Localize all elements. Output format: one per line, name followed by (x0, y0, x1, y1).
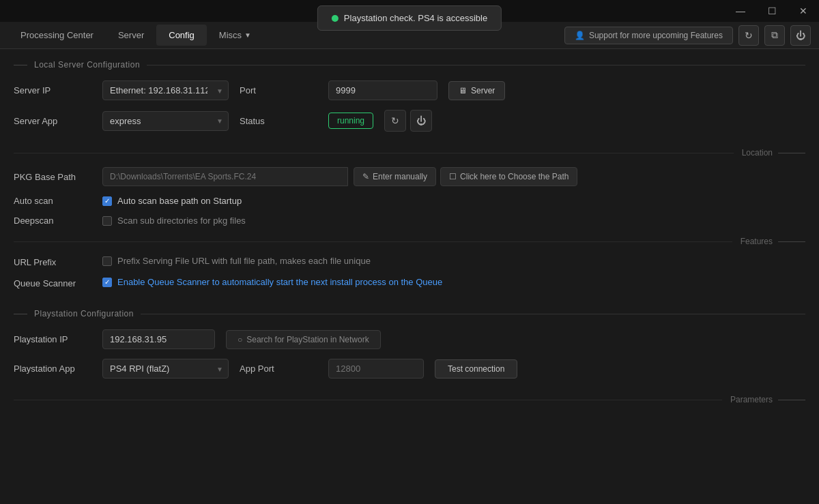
ps-ip-label: Playstation IP (14, 334, 102, 344)
url-prefix-text: Prefix Serving File URL with full file p… (117, 256, 371, 266)
location-label: Location (742, 148, 773, 158)
server-action-btns: ↻ ⏻ (384, 110, 432, 132)
restart-button[interactable]: ↻ (384, 110, 406, 132)
deepscan-checkbox[interactable] (102, 216, 112, 226)
section-line-right (147, 65, 805, 65)
ps-ip-row: Playstation IP ○ Search for PlayStation … (14, 329, 805, 349)
window-button[interactable]: ⧉ (764, 25, 785, 46)
local-server-title: Local Server Configuration (34, 60, 140, 70)
server-icon: 🖥 (459, 86, 467, 95)
features-left-line (14, 241, 732, 242)
playstation-title: Playstation Configuration (34, 309, 134, 318)
app-port-input[interactable] (328, 359, 424, 379)
parameters-header: Parameters (14, 395, 805, 404)
server-app-wrapper: express ▼ (102, 111, 229, 131)
nav-processing-center[interactable]: Processing Center (8, 25, 106, 46)
ps-section-line-left (14, 314, 27, 314)
server-app-select[interactable]: express (102, 111, 229, 131)
close-button[interactable]: ✕ (788, 0, 819, 22)
server-ip-label: Server IP (14, 85, 102, 95)
location-left-line (14, 153, 734, 153)
features-label: Features (741, 237, 773, 246)
test-connection-button[interactable]: Test connection (435, 359, 517, 379)
main-content: Local Server Configuration Server IP Eth… (0, 49, 819, 504)
auto-scan-label: Auto scan (14, 196, 102, 206)
deepscan-text: Scan sub directories for pkg files (117, 216, 246, 226)
choose-path-button[interactable]: ☐ Click here to Choose the Path (440, 167, 577, 186)
server-ip-select[interactable]: Ethernet: 192.168.31.112 (102, 80, 229, 100)
nav-miscs[interactable]: Miscs ▼ (207, 25, 263, 46)
auto-scan-row: Auto scan Auto scan base path on Startup (14, 196, 805, 206)
maximize-button[interactable]: ☐ (756, 0, 788, 22)
ps-section-line-right (141, 314, 805, 314)
server-ip-wrapper: Ethernet: 192.168.31.112 ▼ (102, 80, 229, 100)
features-header: Features (14, 237, 805, 246)
refresh-icon: ↻ (745, 30, 753, 41)
parameters-label: Parameters (730, 395, 773, 404)
minimize-button[interactable]: — (725, 0, 756, 22)
toast-message: Playstation check. PS4 is accessible (344, 13, 487, 23)
parameters-left-line (14, 400, 722, 400)
deepscan-label: Deepscan (14, 216, 102, 226)
enter-manually-button[interactable]: ✎ Enter manually (354, 167, 436, 186)
pkg-path-input[interactable] (102, 167, 348, 186)
features-right-line (778, 241, 805, 242)
search-icon: ○ (238, 335, 242, 344)
pkg-base-path-label: PKG Base Path (14, 172, 102, 182)
edit-icon: ✎ (362, 172, 369, 181)
toast-notification: Playstation check. PS4 is accessible (317, 5, 502, 31)
nav-server[interactable]: Server (106, 25, 156, 46)
ps-app-label: Playstation App (14, 364, 102, 374)
location-right-line (778, 153, 805, 153)
url-prefix-checkbox-wrap[interactable]: Prefix Serving File URL with full file p… (102, 256, 371, 266)
power-icon: ⏻ (416, 115, 426, 126)
url-prefix-checkbox[interactable] (102, 256, 112, 266)
ps-app-row: Playstation App PS4 RPI (flatZ) PS4 Offi… (14, 359, 805, 379)
port-input[interactable] (328, 80, 437, 100)
window-controls: — ☐ ✕ (725, 0, 819, 22)
location-header: Location (14, 148, 805, 158)
auto-scan-checkbox-wrap[interactable]: Auto scan base path on Startup (102, 196, 242, 206)
port-label: Port (240, 85, 328, 95)
url-prefix-label: URL Prefix (14, 256, 102, 267)
queue-scanner-checkbox-wrap[interactable]: Enable Queue Scanner to automatically st… (102, 277, 442, 287)
status-badge: running (328, 113, 373, 129)
pkg-base-path-row: PKG Base Path ✎ Enter manually ☐ Click h… (14, 167, 805, 186)
stop-button[interactable]: ⏻ (410, 110, 432, 132)
server-button[interactable]: 🖥 Server (448, 81, 505, 100)
pkg-btn-group: ✎ Enter manually ☐ Click here to Choose … (354, 167, 577, 186)
toast-icon (332, 15, 339, 22)
power-button[interactable]: ⏻ (790, 25, 811, 46)
queue-scanner-row: Queue Scanner Enable Queue Scanner to au… (14, 277, 805, 288)
auto-scan-checkbox[interactable] (102, 196, 112, 206)
server-ip-row: Server IP Ethernet: 192.168.31.112 ▼ Por… (14, 80, 805, 100)
folder-icon: ☐ (449, 172, 457, 181)
ps-app-select[interactable]: PS4 RPI (flatZ) PS4 Official PS5 RPI (102, 359, 229, 379)
nav-right: 👤 Support for more upcoming Features ↻ ⧉… (564, 25, 811, 46)
deepscan-checkbox-wrap[interactable]: Scan sub directories for pkg files (102, 216, 246, 226)
local-server-header: Local Server Configuration (14, 60, 805, 70)
queue-scanner-checkbox[interactable] (102, 278, 112, 287)
miscs-dropdown-icon: ▼ (244, 31, 251, 39)
deepscan-row: Deepscan Scan sub directories for pkg fi… (14, 216, 805, 226)
local-server-section: Local Server Configuration Server IP Eth… (14, 60, 805, 132)
spacer-block (14, 298, 805, 309)
ps-ip-input[interactable] (102, 329, 215, 349)
nav-config[interactable]: Config (156, 25, 207, 46)
auto-scan-text: Auto scan base path on Startup (117, 196, 242, 206)
window-icon: ⧉ (771, 29, 778, 41)
ps-search-button[interactable]: ○ Search for PlayStation in Network (226, 330, 381, 349)
power-icon: ⏻ (796, 30, 805, 41)
queue-scanner-label: Queue Scanner (14, 277, 102, 288)
refresh-button[interactable]: ↻ (738, 25, 759, 46)
section-line-left (14, 65, 27, 65)
playstation-header: Playstation Configuration (14, 309, 805, 318)
url-prefix-row: URL Prefix Prefix Serving File URL with … (14, 256, 805, 267)
server-app-label: Server App (14, 116, 102, 126)
restart-icon: ↻ (391, 115, 399, 126)
status-label: Status (240, 116, 328, 126)
support-button[interactable]: 👤 Support for more upcoming Features (564, 27, 733, 44)
user-icon: 👤 (575, 31, 585, 40)
ps-app-wrapper: PS4 RPI (flatZ) PS4 Official PS5 RPI ▼ (102, 359, 229, 379)
parameters-right-line (778, 400, 805, 400)
